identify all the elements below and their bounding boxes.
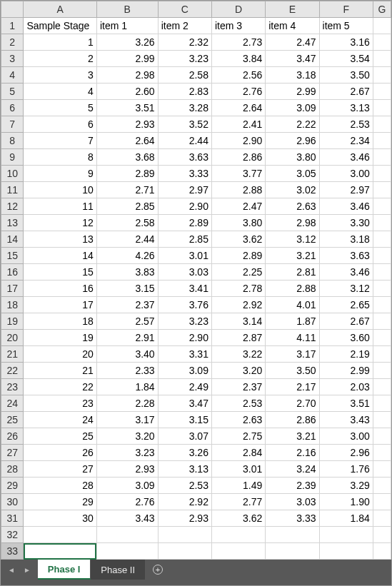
cell-F3[interactable]: 3.54 xyxy=(319,51,373,67)
cell-G27[interactable] xyxy=(373,445,391,461)
row-header-28[interactable]: 28 xyxy=(1,461,24,478)
cell-B1[interactable]: item 1 xyxy=(96,18,158,34)
cell-A18[interactable]: 17 xyxy=(24,297,97,313)
cell-F2[interactable]: 3.16 xyxy=(319,34,373,51)
cell-A15[interactable]: 14 xyxy=(24,248,97,264)
cell-B10[interactable]: 2.89 xyxy=(96,166,158,182)
cell-D24[interactable]: 2.53 xyxy=(211,395,265,412)
cell-D29[interactable]: 1.49 xyxy=(211,478,265,494)
sheet-tab-phase-i[interactable]: Phase I xyxy=(38,560,91,580)
cell-B16[interactable]: 3.83 xyxy=(96,264,158,281)
row-header-13[interactable]: 13 xyxy=(1,215,24,231)
cell-B29[interactable]: 3.09 xyxy=(96,478,158,494)
row-header-6[interactable]: 6 xyxy=(1,100,24,116)
cell-C2[interactable]: 2.32 xyxy=(158,34,211,51)
row-header-18[interactable]: 18 xyxy=(1,297,24,313)
cell-C18[interactable]: 3.76 xyxy=(158,297,211,313)
cell-G21[interactable] xyxy=(373,346,391,363)
cell-D5[interactable]: 2.76 xyxy=(211,84,265,100)
cell-A22[interactable]: 21 xyxy=(24,363,97,379)
cell-E3[interactable]: 3.47 xyxy=(266,51,319,67)
cell-C16[interactable]: 3.03 xyxy=(158,264,211,281)
cell-A32[interactable] xyxy=(24,527,97,543)
cell-F18[interactable]: 2.65 xyxy=(319,297,373,313)
cell-C13[interactable]: 2.89 xyxy=(158,215,211,231)
cell-B8[interactable]: 2.64 xyxy=(96,133,158,149)
cell-F27[interactable]: 2.96 xyxy=(319,445,373,461)
row-header-2[interactable]: 2 xyxy=(1,34,24,51)
cell-E4[interactable]: 3.18 xyxy=(266,67,319,84)
cell-D9[interactable]: 2.86 xyxy=(211,149,265,166)
cell-B2[interactable]: 3.26 xyxy=(96,34,158,51)
cell-A12[interactable]: 11 xyxy=(24,198,97,215)
cell-G14[interactable] xyxy=(373,231,391,248)
cell-B23[interactable]: 1.84 xyxy=(96,379,158,395)
cell-B12[interactable]: 2.85 xyxy=(96,198,158,215)
cell-B6[interactable]: 3.51 xyxy=(96,100,158,116)
cell-C19[interactable]: 3.23 xyxy=(158,313,211,330)
add-sheet-button[interactable]: + xyxy=(146,560,171,580)
cell-F16[interactable]: 3.46 xyxy=(319,264,373,281)
sheet-tab-phase-ii[interactable]: Phase II xyxy=(91,560,146,580)
cell-E24[interactable]: 2.70 xyxy=(266,395,319,412)
cell-A14[interactable]: 13 xyxy=(24,231,97,248)
cell-F9[interactable]: 3.46 xyxy=(319,149,373,166)
cell-C25[interactable]: 3.15 xyxy=(158,412,211,428)
cell-E1[interactable]: item 4 xyxy=(266,18,319,34)
cell-B32[interactable] xyxy=(96,527,158,543)
cell-E19[interactable]: 1.87 xyxy=(266,313,319,330)
cell-F15[interactable]: 3.63 xyxy=(319,248,373,264)
cell-A8[interactable]: 7 xyxy=(24,133,97,149)
cell-F5[interactable]: 2.67 xyxy=(319,84,373,100)
cell-A30[interactable]: 29 xyxy=(24,494,97,510)
row-header-5[interactable]: 5 xyxy=(1,84,24,100)
cell-D4[interactable]: 2.56 xyxy=(211,67,265,84)
cell-E5[interactable]: 2.99 xyxy=(266,84,319,100)
cell-C29[interactable]: 2.53 xyxy=(158,478,211,494)
col-header-D[interactable]: D xyxy=(211,1,265,18)
cell-E26[interactable]: 3.21 xyxy=(266,428,319,445)
cell-C17[interactable]: 3.41 xyxy=(158,281,211,297)
cell-A13[interactable]: 12 xyxy=(24,215,97,231)
cell-D16[interactable]: 2.25 xyxy=(211,264,265,281)
cell-E11[interactable]: 3.02 xyxy=(266,182,319,198)
cell-E22[interactable]: 3.50 xyxy=(266,363,319,379)
cell-E6[interactable]: 3.09 xyxy=(266,100,319,116)
cell-F20[interactable]: 3.60 xyxy=(319,330,373,346)
cell-A33[interactable] xyxy=(24,543,97,560)
cell-E8[interactable]: 2.96 xyxy=(266,133,319,149)
cell-D7[interactable]: 2.41 xyxy=(211,116,265,133)
cell-D14[interactable]: 3.62 xyxy=(211,231,265,248)
row-header-9[interactable]: 9 xyxy=(1,149,24,166)
cell-E16[interactable]: 2.81 xyxy=(266,264,319,281)
cell-G19[interactable] xyxy=(373,313,391,330)
cell-D8[interactable]: 2.90 xyxy=(211,133,265,149)
cell-B4[interactable]: 2.98 xyxy=(96,67,158,84)
cell-G20[interactable] xyxy=(373,330,391,346)
row-header-8[interactable]: 8 xyxy=(1,133,24,149)
cell-F33[interactable] xyxy=(319,543,373,560)
cell-F7[interactable]: 2.53 xyxy=(319,116,373,133)
cell-D26[interactable]: 2.75 xyxy=(211,428,265,445)
cell-G15[interactable] xyxy=(373,248,391,264)
cell-C6[interactable]: 3.28 xyxy=(158,100,211,116)
row-header-32[interactable]: 32 xyxy=(1,527,24,543)
cell-E10[interactable]: 3.05 xyxy=(266,166,319,182)
cell-C7[interactable]: 3.52 xyxy=(158,116,211,133)
col-header-F[interactable]: F xyxy=(319,1,373,18)
cell-A11[interactable]: 10 xyxy=(24,182,97,198)
cell-A16[interactable]: 15 xyxy=(24,264,97,281)
cell-A9[interactable]: 8 xyxy=(24,149,97,166)
cell-F31[interactable]: 1.84 xyxy=(319,510,373,527)
cell-D21[interactable]: 3.22 xyxy=(211,346,265,363)
cell-F4[interactable]: 3.50 xyxy=(319,67,373,84)
cell-C12[interactable]: 2.90 xyxy=(158,198,211,215)
cell-F8[interactable]: 2.34 xyxy=(319,133,373,149)
row-header-1[interactable]: 1 xyxy=(1,18,24,34)
cell-A19[interactable]: 18 xyxy=(24,313,97,330)
cell-F11[interactable]: 2.97 xyxy=(319,182,373,198)
cell-F24[interactable]: 3.51 xyxy=(319,395,373,412)
cell-C24[interactable]: 3.47 xyxy=(158,395,211,412)
cell-A25[interactable]: 24 xyxy=(24,412,97,428)
row-header-29[interactable]: 29 xyxy=(1,478,24,494)
